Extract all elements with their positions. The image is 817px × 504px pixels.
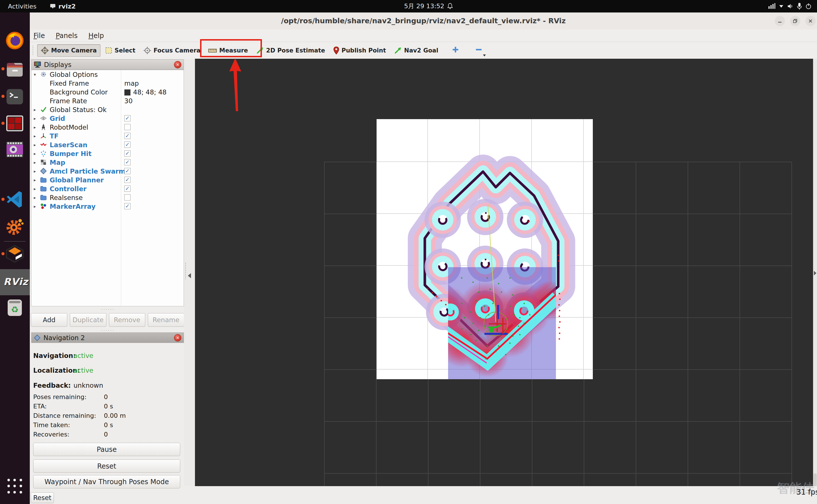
time-reset-button[interactable]: Reset: [31, 492, 54, 503]
files-icon[interactable]: [5, 60, 24, 79]
controller-checkbox[interactable]: ✓: [124, 185, 130, 192]
laserscan-icon: [40, 141, 47, 149]
tree-row-controller[interactable]: ▸ Controller ✓: [31, 184, 184, 193]
panel-close-button[interactable]: ✕: [174, 61, 181, 68]
rename-button[interactable]: Rename: [148, 313, 184, 327]
expander-right-icon[interactable]: ▸: [34, 186, 38, 191]
annotation-arrow: [226, 57, 245, 113]
collapse-right-icon[interactable]: [814, 271, 816, 275]
realsense-checkbox[interactable]: [124, 194, 130, 201]
publish-point-tool[interactable]: Publish Point: [330, 45, 389, 56]
expander-right-icon[interactable]: ▸: [34, 125, 38, 130]
tree-row-markerarray[interactable]: ▸ MarkerArray ✓: [31, 202, 184, 211]
clock-button[interactable]: 5月 29 13:52: [404, 0, 453, 12]
activities-button[interactable]: Activities: [8, 0, 36, 12]
focus-camera-tool[interactable]: Focus Camera: [140, 45, 204, 56]
power-icon: [805, 3, 812, 10]
displays-panel-header[interactable]: Displays ✕: [31, 59, 184, 70]
pause-button[interactable]: Pause: [33, 443, 180, 456]
panel-resize-handle[interactable]: [101, 330, 114, 331]
expander-right-icon[interactable]: ▸: [34, 178, 38, 183]
app-drawer-button[interactable]: [7, 479, 23, 494]
gazebo-icon[interactable]: [5, 244, 24, 263]
collapse-left-icon[interactable]: [188, 273, 191, 278]
expander-right-icon[interactable]: ▸: [34, 160, 38, 165]
tree-row-frame-rate[interactable]: Frame Rate 30: [31, 96, 184, 105]
map-checkbox[interactable]: ✓: [124, 159, 130, 165]
tree-row-realsense[interactable]: ▸ Realsense: [31, 193, 184, 202]
panel-splitter[interactable]: [184, 59, 195, 486]
select-tool[interactable]: Select: [102, 45, 139, 56]
tf-checkbox[interactable]: ✓: [124, 133, 130, 139]
bumper-hit-checkbox[interactable]: ✓: [124, 150, 130, 157]
window-titlebar[interactable]: /opt/ros/humble/share/nav2_bringup/rviz/…: [30, 12, 817, 30]
tree-row-laserscan[interactable]: ▸ LaserScan ✓: [31, 140, 184, 149]
distance-remaining-row: Distance remaining:0.00 m: [33, 412, 96, 419]
remove-tool-button[interactable]: [471, 44, 487, 57]
close-button[interactable]: [805, 16, 816, 26]
expander-right-icon[interactable]: ▸: [34, 151, 38, 156]
markerarray-checkbox[interactable]: ✓: [124, 203, 130, 209]
menu-file[interactable]: File: [33, 32, 45, 40]
terminal-icon[interactable]: [5, 87, 24, 106]
global-planner-checkbox[interactable]: ✓: [124, 177, 130, 183]
ros-tool-icon[interactable]: [5, 217, 24, 236]
waypoint-mode-button[interactable]: Waypoint / Nav Through Poses Mode: [33, 475, 180, 488]
focused-app-indicator[interactable]: rviz2: [50, 0, 76, 12]
trash-icon[interactable]: ♻: [5, 298, 24, 317]
tree-row-fixed-frame[interactable]: Fixed Frame map: [31, 79, 184, 88]
nav2-goal-tool[interactable]: Nav2 Goal: [390, 45, 442, 56]
tree-row-map[interactable]: ▸ Map ✓: [31, 158, 184, 167]
tree-row-global-options[interactable]: ▾ Global Options: [31, 70, 184, 79]
media-player-icon[interactable]: [5, 140, 24, 159]
add-button[interactable]: Add: [31, 313, 67, 327]
right-panel-strip[interactable]: [813, 59, 817, 486]
tree-row-background-color[interactable]: Background Color 48; 48; 48: [31, 88, 184, 96]
menu-panels[interactable]: Panels: [56, 32, 77, 40]
tree-row-tf[interactable]: ▸ TF ✓: [31, 132, 184, 140]
robotmodel-checkbox[interactable]: [124, 124, 130, 130]
color-swatch[interactable]: [124, 89, 130, 96]
frame-rate-value[interactable]: 30: [124, 97, 132, 105]
map-icon: [40, 159, 47, 166]
fixed-frame-value[interactable]: map: [124, 80, 139, 87]
expander-right-icon[interactable]: ▸: [34, 134, 38, 139]
panel-close-button[interactable]: ✕: [174, 334, 181, 341]
tree-row-robotmodel[interactable]: ▸ RobotModel: [31, 123, 184, 132]
rviz-dock-active-tile[interactable]: RViz: [0, 269, 30, 295]
expander-right-icon[interactable]: ▸: [34, 116, 38, 121]
maximize-icon: [793, 19, 797, 23]
tree-row-global-status[interactable]: ▸ Global Status: Ok: [31, 105, 184, 114]
tree-row-global-planner[interactable]: ▸ Global Planner ✓: [31, 176, 184, 184]
expander-right-icon[interactable]: ▸: [34, 195, 38, 200]
expander-down-icon[interactable]: ▾: [34, 72, 38, 77]
minimize-button[interactable]: [775, 16, 785, 26]
reset-button[interactable]: Reset: [33, 459, 180, 473]
duplicate-button[interactable]: Duplicate: [70, 313, 106, 327]
firefox-icon[interactable]: [5, 31, 24, 50]
vscode-icon[interactable]: [5, 190, 24, 209]
menu-help[interactable]: Help: [88, 32, 104, 40]
expander-right-icon[interactable]: ▸: [34, 107, 38, 112]
laserscan-checkbox[interactable]: ✓: [124, 142, 130, 148]
add-tool-button[interactable]: [448, 44, 463, 57]
expander-right-icon[interactable]: ▸: [34, 204, 38, 209]
tree-row-grid[interactable]: ▸ Grid ✓: [31, 114, 184, 123]
move-camera-tool[interactable]: Move Camera: [37, 44, 100, 57]
tree-row-bumper-hit[interactable]: ▸ Bumper Hit ✓: [31, 149, 184, 158]
navigation-panel-header[interactable]: Navigation 2 ✕: [31, 332, 184, 343]
amcl-checkbox[interactable]: ✓: [124, 168, 130, 174]
grid-checkbox[interactable]: ✓: [124, 115, 130, 121]
panel-resize-handle[interactable]: [101, 309, 114, 310]
tree-row-amcl-particle-swarm[interactable]: ▸ Amcl Particle Swarm ✓: [31, 167, 184, 176]
expander-right-icon[interactable]: ▸: [34, 169, 38, 174]
expander-right-icon[interactable]: ▸: [34, 142, 38, 147]
maximize-button[interactable]: [790, 16, 800, 26]
render-viewport[interactable]: [195, 59, 813, 486]
remove-button[interactable]: Remove: [109, 313, 145, 327]
tiled-terminal-icon[interactable]: [5, 114, 24, 133]
background-color-value[interactable]: 48; 48; 48: [133, 88, 167, 96]
system-tray[interactable]: [768, 0, 812, 12]
toolbar-grip[interactable]: [32, 45, 34, 56]
pose-estimate-tool[interactable]: 2D Pose Estimate: [252, 45, 328, 56]
